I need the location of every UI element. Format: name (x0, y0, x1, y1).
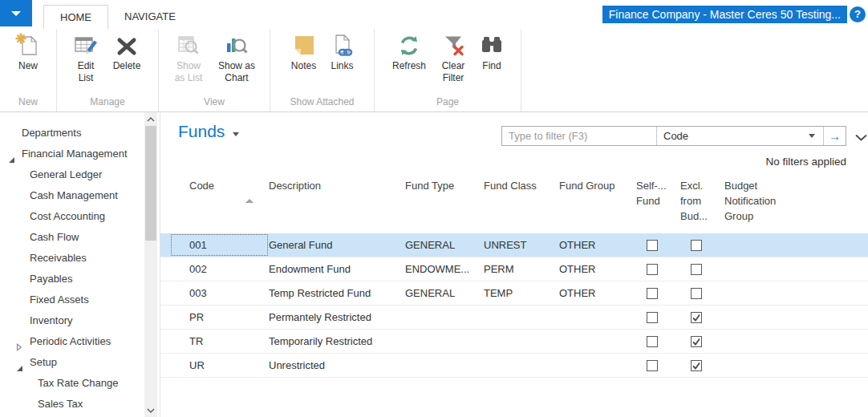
sidebar-item-receivables[interactable]: Receivables (0, 248, 160, 269)
clear-filter-icon (440, 33, 466, 59)
delete-button-label: Delete (113, 60, 141, 72)
notes-button[interactable]: Notes (285, 33, 323, 95)
cell-fund-class[interactable]: PERM (484, 263, 559, 275)
tab-navigate[interactable]: NAVIGATE (108, 5, 192, 29)
cell-code[interactable]: 002 (170, 263, 269, 275)
excl-from-budget-checkbox[interactable] (691, 312, 702, 323)
excl-from-budget-checkbox[interactable] (691, 288, 702, 299)
sidebar-item-cash-flow[interactable]: Cash Flow (0, 227, 160, 248)
self-fund-checkbox[interactable] (647, 288, 658, 299)
cell-description[interactable]: Endowment Fund (269, 263, 405, 275)
edit-list-button-label: Edit List (78, 60, 95, 84)
tab-home-label: HOME (60, 11, 91, 23)
column-header-budget-notification-group[interactable]: BudgetNotificationGroup (724, 178, 829, 224)
excl-from-budget-checkbox[interactable] (691, 360, 702, 371)
table-row[interactable]: 001 General Fund GENERAL UNREST OTHER (160, 233, 868, 257)
self-fund-checkbox[interactable] (647, 360, 658, 371)
collapse-chevron-icon[interactable] (855, 130, 867, 144)
cell-fund-group[interactable]: OTHER (559, 263, 636, 275)
scroll-up-icon[interactable] (144, 112, 157, 126)
cell-fund-class[interactable]: TEMP (484, 287, 559, 299)
scrollbar-thumb[interactable] (145, 126, 156, 241)
sidebar-item-periodic-activities[interactable]: Periodic Activities (0, 331, 160, 352)
sidebar-item-payables[interactable]: Payables (0, 269, 160, 289)
filter-input[interactable] (502, 127, 656, 145)
application-menu-button[interactable] (0, 0, 32, 26)
cell-code[interactable]: 003 (170, 287, 269, 299)
cell-code[interactable]: 001 (170, 233, 269, 257)
cell-fund-type[interactable]: ENDOWME... (405, 263, 484, 275)
table-row[interactable]: PR Permantely Restricted (160, 306, 868, 330)
filter-status: No filters applied (765, 156, 846, 168)
edit-list-button[interactable]: Edit List (67, 33, 104, 95)
scroll-down-icon[interactable] (144, 403, 157, 417)
show-as-chart-button[interactable]: Show as Chart (212, 33, 262, 95)
cell-description[interactable]: Temporarily Restricted (269, 335, 405, 347)
table-row[interactable]: 002 Endowment Fund ENDOWME... PERM OTHER (160, 257, 868, 281)
column-header-description[interactable]: Description (269, 178, 405, 224)
notes-button-label: Notes (291, 60, 316, 72)
self-fund-checkbox[interactable] (647, 264, 658, 275)
cell-excl-from-budget (680, 288, 724, 299)
excl-from-budget-checkbox[interactable] (691, 240, 702, 251)
excl-from-budget-checkbox[interactable] (691, 336, 702, 347)
sidebar-item-inventory[interactable]: Inventory (0, 310, 160, 331)
show-as-list-button-label: Show as List (175, 60, 203, 84)
column-header-self-fund[interactable]: Self-...Fund (636, 178, 680, 224)
cell-fund-group[interactable]: OTHER (559, 287, 636, 299)
sidebar-item-fixed-assets[interactable]: Fixed Assets (0, 289, 160, 310)
new-button[interactable]: New (10, 33, 47, 95)
cell-description[interactable]: Temp Restricted Fund (269, 287, 405, 299)
sidebar-scrollbar[interactable] (144, 112, 157, 417)
sidebar-item-tax-rate-change[interactable]: Tax Rate Change (0, 373, 160, 394)
cell-self-fund (636, 360, 680, 371)
cell-fund-class[interactable]: UNREST (484, 239, 559, 251)
sidebar-item-cost-accounting[interactable]: Cost Accounting (0, 206, 160, 227)
cell-description[interactable]: Unrestricted (269, 359, 405, 371)
cell-fund-type[interactable]: GENERAL (405, 287, 484, 299)
help-icon[interactable]: ? (850, 6, 866, 22)
show-as-chart-icon (224, 33, 249, 59)
cell-code[interactable]: PR (170, 311, 269, 323)
sidebar-item-label: Cost Accounting (30, 210, 105, 222)
column-header-fund-type[interactable]: Fund Type (405, 178, 484, 224)
sidebar-item-sales-tax[interactable]: Sales Tax (0, 394, 160, 415)
table-row[interactable]: 003 Temp Restricted Fund GENERAL TEMP OT… (160, 281, 868, 306)
clear-filter-button[interactable]: Clear Filter (434, 33, 473, 95)
find-button[interactable]: Find (474, 33, 509, 95)
self-fund-checkbox[interactable] (647, 336, 658, 347)
cell-excl-from-budget (680, 240, 724, 251)
column-header-code[interactable]: Code (170, 178, 269, 224)
sidebar-item-financial-management[interactable]: Financial Management (0, 144, 160, 164)
cell-fund-type[interactable]: GENERAL (405, 239, 484, 251)
cell-description[interactable]: Permantely Restricted (269, 311, 405, 323)
tab-home[interactable]: HOME (43, 5, 108, 29)
cell-excl-from-budget (680, 312, 724, 323)
delete-button[interactable]: Delete (106, 33, 148, 95)
column-header-fund-group[interactable]: Fund Group (559, 178, 636, 224)
cell-code[interactable]: TR (170, 335, 269, 347)
self-fund-checkbox[interactable] (647, 240, 658, 251)
funds-table: 001 General Fund GENERAL UNREST OTHER 00… (160, 233, 868, 378)
table-row[interactable]: UR Unrestricted (160, 354, 868, 378)
links-button[interactable]: Links (325, 33, 360, 95)
column-header-fund-class[interactable]: Fund Class (484, 178, 559, 224)
refresh-button[interactable]: Refresh (386, 33, 432, 95)
self-fund-checkbox[interactable] (647, 312, 658, 323)
sidebar-item-general-ledger[interactable]: General Ledger (0, 164, 160, 185)
new-document-icon (15, 33, 41, 59)
cell-code[interactable]: UR (170, 359, 269, 371)
apply-filter-button[interactable]: → (823, 127, 846, 145)
sidebar-item-cash-management[interactable]: Cash Management (0, 185, 160, 206)
column-header-excl-from-budget[interactable]: Excl.fromBud... (680, 178, 724, 224)
excl-from-budget-checkbox[interactable] (691, 264, 702, 275)
sidebar-item-label: General Ledger (30, 168, 102, 180)
page-title-menu[interactable]: Funds (178, 122, 239, 141)
filter-field-select[interactable]: Code (656, 127, 823, 145)
cell-fund-group[interactable]: OTHER (559, 239, 636, 251)
sidebar-item-departments[interactable]: Departments (0, 123, 160, 144)
cell-description[interactable]: General Fund (269, 239, 405, 251)
table-row[interactable]: TR Temporarily Restricted (160, 330, 868, 354)
sidebar-item-setup[interactable]: Setup (0, 352, 160, 373)
cell-excl-from-budget (680, 360, 724, 371)
